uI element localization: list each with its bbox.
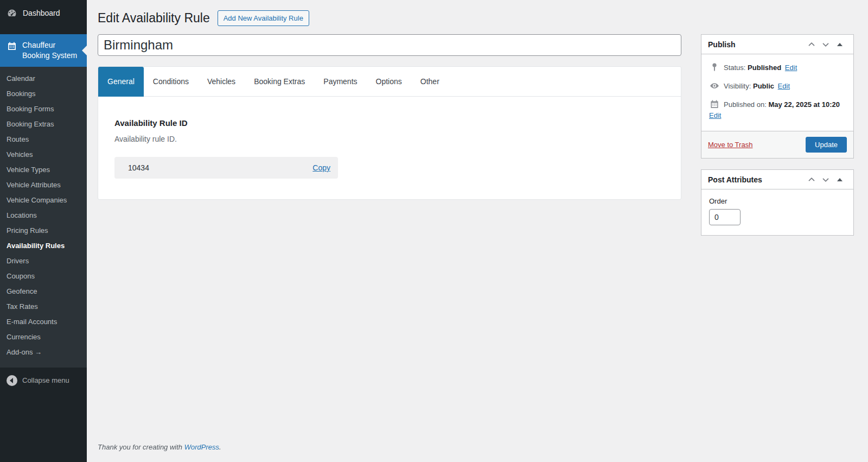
visibility-value: Public [753, 82, 774, 90]
sidebar-item-vehicles[interactable]: Vehicles [0, 147, 87, 162]
tab-general[interactable]: General [98, 67, 144, 97]
sidebar-item-email-accounts[interactable]: E-mail Accounts [0, 314, 87, 330]
plugin-submenu: Calendar Bookings Booking Forms Booking … [0, 67, 87, 368]
status-row: Status: Published Edit [709, 62, 846, 73]
move-up-icon[interactable] [805, 38, 819, 51]
page-header: Edit Availability Rule Add New Availabil… [98, 10, 854, 26]
sidebar-item-tax-rates[interactable]: Tax Rates [0, 299, 87, 314]
tab-other[interactable]: Other [411, 67, 449, 96]
post-attributes-header: Post Attributes [701, 170, 853, 189]
footer-suffix: . [219, 443, 221, 451]
rule-id-description: Availability rule ID. [114, 135, 665, 143]
admin-sidebar: Dashboard Chauffeur Booking System Calen… [0, 0, 87, 462]
collapse-menu-label: Collapse menu [22, 376, 69, 384]
post-attributes-box: Post Attributes Order [701, 169, 854, 236]
tab-payments[interactable]: Payments [314, 67, 366, 96]
edit-published-date-link[interactable]: Edit [709, 111, 721, 119]
visibility-label: Visibility: [724, 82, 751, 90]
rule-id-heading: Availability Rule ID [114, 118, 665, 128]
side-column: Publish Status [701, 34, 854, 236]
editor-column: General Conditions Vehicles Booking Extr… [98, 34, 681, 200]
sidebar-item-add-ons[interactable]: Add-ons → [0, 345, 87, 360]
copy-rule-id-link[interactable]: Copy [312, 163, 330, 172]
move-down-icon[interactable] [819, 38, 833, 51]
edit-visibility-link[interactable]: Edit [778, 82, 790, 90]
tab-conditions[interactable]: Conditions [144, 67, 198, 96]
published-on-row: Published on: May 22, 2025 at 10:20 Edit [709, 99, 846, 121]
publish-box-header: Publish [701, 35, 853, 54]
collapse-menu-button[interactable]: Collapse menu [0, 369, 87, 393]
status-value: Published [748, 64, 781, 72]
toggle-panel-icon[interactable] [833, 38, 847, 51]
published-on-value: May 22, 2025 at 10:20 [768, 100, 840, 109]
visibility-eye-icon [709, 80, 720, 91]
visibility-row: Visibility: Public Edit [709, 80, 846, 92]
sidebar-dashboard-label: Dashboard [23, 9, 60, 17]
edit-status-link[interactable]: Edit [785, 64, 797, 72]
wordpress-link[interactable]: WordPress [184, 443, 219, 451]
main-content: Edit Availability Rule Add New Availabil… [87, 0, 868, 236]
toggle-panel-icon[interactable] [833, 173, 847, 186]
rule-tab-bar: General Conditions Vehicles Booking Extr… [98, 67, 681, 97]
page-title: Edit Availability Rule [98, 10, 210, 26]
sidebar-item-calendar[interactable]: Calendar [0, 71, 87, 86]
sidebar-item-availability-rules[interactable]: Availability Rules [0, 238, 87, 254]
move-up-icon[interactable] [805, 173, 819, 186]
post-attributes-body: Order [701, 189, 853, 235]
sidebar-item-bookings[interactable]: Bookings [0, 86, 87, 102]
rule-id-field: 10434 Copy [114, 157, 338, 179]
add-new-availability-rule-button[interactable]: Add New Availability Rule [218, 10, 309, 26]
move-down-icon[interactable] [819, 173, 833, 186]
status-label: Status: [724, 64, 745, 72]
collapse-icon [7, 375, 17, 386]
rule-id-value: 10434 [128, 163, 149, 172]
rule-settings-panel: General Conditions Vehicles Booking Extr… [98, 66, 681, 200]
sidebar-plugin-label: Chauffeur Booking System [22, 40, 80, 61]
admin-footer-text: Thank you for creating with WordPress. [98, 443, 221, 451]
sidebar-item-currencies[interactable]: Currencies [0, 330, 87, 345]
order-input[interactable] [709, 209, 741, 225]
sidebar-item-pricing-rules[interactable]: Pricing Rules [0, 223, 87, 238]
order-label: Order [709, 197, 846, 205]
publishing-actions: Move to Trash Update [701, 131, 853, 158]
sidebar-item-dashboard[interactable]: Dashboard [0, 0, 87, 26]
tab-booking-extras[interactable]: Booking Extras [245, 67, 314, 96]
sidebar-item-locations[interactable]: Locations [0, 208, 87, 223]
footer-thanks-text: Thank you for creating with [98, 443, 182, 451]
sidebar-item-vehicle-attributes[interactable]: Vehicle Attributes [0, 178, 87, 193]
status-pin-icon [709, 62, 720, 73]
sidebar-item-vehicle-companies[interactable]: Vehicle Companies [0, 193, 87, 208]
published-calendar-icon [709, 99, 720, 110]
rule-title-input[interactable] [98, 34, 681, 56]
post-attributes-title: Post Attributes [708, 175, 762, 184]
tab-general-content: Availability Rule ID Availability rule I… [98, 97, 681, 199]
sidebar-item-routes[interactable]: Routes [0, 132, 87, 147]
sidebar-item-booking-forms[interactable]: Booking Forms [0, 102, 87, 117]
published-on-label: Published on: [724, 100, 767, 109]
sidebar-item-vehicle-types[interactable]: Vehicle Types [0, 162, 87, 178]
tab-vehicles[interactable]: Vehicles [198, 67, 245, 96]
move-to-trash-link[interactable]: Move to Trash [708, 141, 752, 149]
sidebar-item-drivers[interactable]: Drivers [0, 254, 87, 269]
sidebar-item-booking-extras[interactable]: Booking Extras [0, 117, 87, 132]
calendar-plugin-icon [7, 41, 17, 52]
update-button[interactable]: Update [806, 137, 847, 153]
sidebar-item-coupons[interactable]: Coupons [0, 269, 87, 284]
publish-box-body: Status: Published Edit Visibility: Publi… [701, 54, 853, 131]
tab-options[interactable]: Options [367, 67, 411, 96]
sidebar-item-chauffeur-booking-system[interactable]: Chauffeur Booking System [0, 34, 87, 67]
publish-box-title: Publish [708, 40, 736, 49]
dashboard-icon [7, 8, 17, 18]
active-menu-arrow [82, 46, 87, 55]
sidebar-item-geofence[interactable]: Geofence [0, 284, 87, 299]
publish-box: Publish Status [701, 34, 854, 159]
